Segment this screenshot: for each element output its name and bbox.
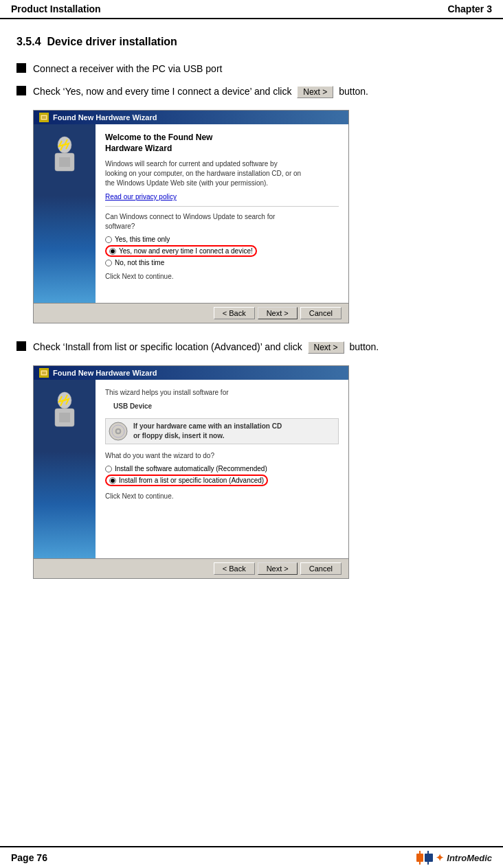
intromedic-text: IntroMedic <box>447 853 492 863</box>
screenshot1-option-2: Yes, now and every time I connect a devi… <box>105 245 339 257</box>
screenshot1-content: Welcome to the Found NewHardware Wizard … <box>96 124 348 303</box>
screenshot-1: Found New Hardware Wizard Welcome to <box>33 110 349 323</box>
page-header: Product Installation Chapter 3 <box>0 0 503 19</box>
section-title: 3.5.4 Device driver installation <box>16 36 487 48</box>
screenshot1-body-text: Windows will search for current and upda… <box>105 159 339 188</box>
screenshot1-cancel-btn[interactable]: Cancel <box>300 307 342 319</box>
intromedic-logo: ✦ IntroMedic <box>416 851 492 865</box>
svg-rect-1 <box>41 115 47 120</box>
screenshot1-footer: < Back Next > Cancel <box>34 303 348 323</box>
screenshot2-highlighted-option: Install from a list or specific location… <box>105 475 268 486</box>
wizard-title-icon-2 <box>39 368 49 378</box>
screenshot2-option-2: Install from a list or specific location… <box>105 475 339 486</box>
radio-1 <box>105 236 112 243</box>
screenshot1-click-next: Click Next to continue. <box>105 272 339 282</box>
wizard-icon-2 <box>44 391 85 432</box>
screenshot1-privacy-link[interactable]: Read our privacy policy <box>105 193 177 201</box>
bullet-square-1 <box>16 63 26 73</box>
bullet-text-2: Check ‘Yes, now and every time I connect… <box>33 84 487 99</box>
screenshot2-intro: This wizard helps you install software f… <box>105 388 339 398</box>
screenshot1-title: Found New Hardware Wizard <box>53 113 157 122</box>
screenshot2-content: This wizard helps you install software f… <box>96 380 348 558</box>
screenshot1-question: Can Windows connect to Windows Update to… <box>105 212 339 231</box>
svg-rect-9 <box>41 370 47 376</box>
screenshot2-cancel-btn[interactable]: Cancel <box>300 562 342 575</box>
svg-rect-23 <box>427 851 429 865</box>
screenshot1-buttons: < Back Next > Cancel <box>214 307 342 319</box>
screenshot2-cd-section: If your hardware came with an installati… <box>105 418 339 444</box>
screenshot2-footer: < Back Next > Cancel <box>34 558 348 578</box>
bullet-item-3: Check ‘Install from list or specific loc… <box>16 340 487 354</box>
main-content: 3.5.4 Device driver installation Connect… <box>0 19 503 628</box>
screenshot2-what-do: What do you want the wizard to do? <box>105 451 339 461</box>
screenshot2-radio-2 <box>109 477 116 484</box>
svg-point-18 <box>117 430 120 433</box>
next-button-2[interactable]: Next > <box>308 341 344 354</box>
screenshot2-next-btn[interactable]: Next > <box>258 562 298 575</box>
bullet-square-3 <box>16 341 26 351</box>
bullet3-after: button. <box>349 341 379 352</box>
section-heading: Device driver installation <box>47 36 177 47</box>
bullet-text-3: Check ‘Install from list or specific loc… <box>33 340 487 354</box>
screenshot2-click-next: Click Next to continue. <box>105 492 339 501</box>
next-button-1[interactable]: Next > <box>297 86 333 98</box>
screenshot1-highlighted-option: Yes, now and every time I connect a devi… <box>105 245 257 257</box>
screenshot1-next-btn[interactable]: Next > <box>258 307 298 319</box>
page-footer: Page 76 ✦ IntroMedic <box>0 846 503 868</box>
screenshot1-heading: Welcome to the Found NewHardware Wizard <box>105 133 339 154</box>
screenshot1-sidebar <box>34 124 96 303</box>
screenshot1-body: Welcome to the Found NewHardware Wizard … <box>34 124 348 303</box>
intromedic-logo-icon <box>416 851 433 865</box>
screenshot2-buttons: < Back Next > Cancel <box>214 562 342 575</box>
bullet2-before: Check ‘Yes, now and every time I connect… <box>33 86 291 97</box>
screenshot-2: Found New Hardware Wizard This wizard he… <box>33 365 349 579</box>
bullet2-after: button. <box>339 86 368 97</box>
radio-3 <box>105 260 112 266</box>
footer-page-label: Page 76 <box>11 852 47 863</box>
svg-rect-7 <box>59 157 70 167</box>
svg-rect-21 <box>419 851 421 865</box>
screenshot2-radio-1 <box>105 466 112 472</box>
wizard-title-icon <box>39 113 49 122</box>
screenshot2-sidebar <box>34 380 96 558</box>
screenshot2-cd-text: If your hardware came with an installati… <box>133 422 282 441</box>
screenshot2-option-1: Install the software automatically (Reco… <box>105 465 339 472</box>
screenshot1-divider <box>105 206 339 207</box>
wizard-icon <box>44 135 85 176</box>
svg-rect-15 <box>59 413 70 422</box>
radio-2 <box>109 248 116 255</box>
header-title: Product Installation <box>11 3 101 14</box>
screenshot2-title: Found New Hardware Wizard <box>53 369 157 377</box>
intro-plus: ✦ <box>436 852 444 863</box>
bullet-text-1: Connect a receiver with the PC via USB p… <box>33 62 487 76</box>
screenshot2-body: This wizard helps you install software f… <box>34 380 348 558</box>
screenshot1-option-3: No, not this time <box>105 259 339 266</box>
screenshot2-titlebar: Found New Hardware Wizard <box>34 366 348 380</box>
header-chapter: Chapter 3 <box>447 3 492 14</box>
bullet-item-1: Connect a receiver with the PC via USB p… <box>16 62 487 76</box>
screenshot1-titlebar: Found New Hardware Wizard <box>34 111 348 124</box>
section-number: 3.5.4 <box>16 36 41 47</box>
cd-icon <box>109 422 128 441</box>
bullet-square-2 <box>16 86 26 95</box>
bullet-item-2: Check ‘Yes, now and every time I connect… <box>16 84 487 99</box>
screenshot1-option-1: Yes, this time only <box>105 236 339 243</box>
screenshot2-device: USB Device <box>113 402 339 411</box>
bullet3-before: Check ‘Install from list or specific loc… <box>33 341 302 352</box>
screenshot1-back-btn[interactable]: < Back <box>214 307 255 319</box>
screenshot2-back-btn[interactable]: < Back <box>214 562 255 575</box>
